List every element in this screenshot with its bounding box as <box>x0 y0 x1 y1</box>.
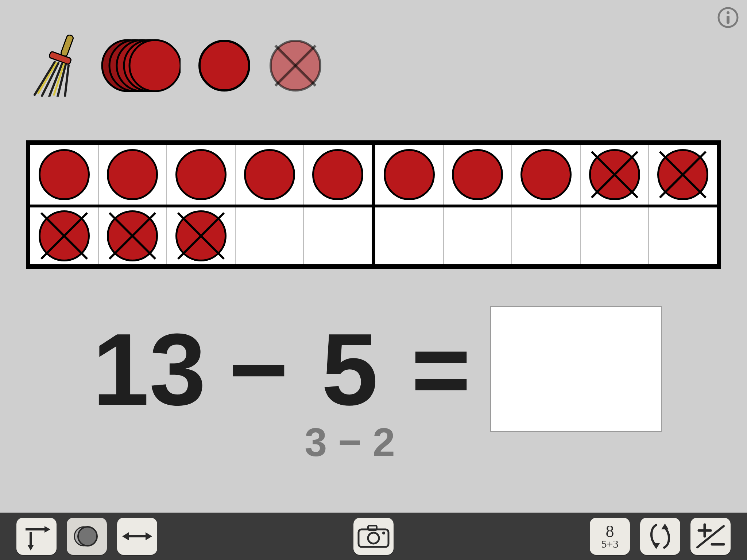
number-mode-bot: 5+3 <box>601 539 619 549</box>
svg-line-10 <box>38 63 57 93</box>
crossed-counter-icon <box>268 38 323 93</box>
frame-cell[interactable] <box>444 207 512 264</box>
svg-point-42 <box>368 533 379 544</box>
number-mode-button[interactable]: 8 5+3 <box>590 518 630 555</box>
svg-point-36 <box>78 527 97 546</box>
frame-cell[interactable] <box>236 145 304 205</box>
counter[interactable] <box>520 149 572 200</box>
orientation-button[interactable] <box>16 518 57 555</box>
counter[interactable] <box>589 149 640 200</box>
frame-cell[interactable] <box>375 145 444 205</box>
bottom-toolbar: 8 5+3 <box>0 513 747 560</box>
flip-icon <box>121 527 153 545</box>
counter[interactable] <box>39 149 90 200</box>
broom-icon <box>29 35 84 97</box>
frame-cell[interactable] <box>236 207 304 264</box>
plus-minus-button[interactable] <box>690 518 731 555</box>
flip-button[interactable] <box>117 518 157 555</box>
camera-icon <box>357 524 390 548</box>
counter[interactable] <box>107 210 158 261</box>
svg-point-43 <box>382 532 385 534</box>
counter[interactable] <box>452 149 503 200</box>
counter-stack-icon <box>100 36 181 95</box>
frame-cell[interactable] <box>581 207 649 264</box>
frame-cell[interactable] <box>304 207 375 264</box>
frame-cell[interactable] <box>99 207 167 264</box>
decomposition-hint: 3 − 2 <box>305 422 395 462</box>
single-counter-tool[interactable] <box>197 38 252 94</box>
counter[interactable] <box>175 149 227 200</box>
info-icon <box>717 7 739 28</box>
svg-marker-45 <box>661 524 669 529</box>
cycle-button[interactable] <box>640 518 680 555</box>
svg-point-17 <box>200 41 249 90</box>
counter[interactable] <box>107 149 158 200</box>
frame-cell[interactable] <box>649 145 717 205</box>
frame-cell[interactable] <box>99 145 167 205</box>
orientation-icon <box>22 522 51 551</box>
info-button[interactable] <box>717 7 739 28</box>
camera-button[interactable] <box>353 518 394 555</box>
frame-cell[interactable] <box>30 145 99 205</box>
svg-rect-41 <box>368 526 377 530</box>
counter[interactable] <box>384 149 435 200</box>
counter[interactable] <box>657 149 708 200</box>
frame-cell[interactable] <box>304 145 375 205</box>
plus-minus-icon <box>694 522 727 551</box>
frame-cell[interactable] <box>512 207 581 264</box>
svg-line-9 <box>65 65 69 97</box>
frame-cell[interactable] <box>375 207 444 264</box>
frame-cell[interactable] <box>444 145 512 205</box>
counter[interactable] <box>312 149 363 200</box>
equation: 13 − 5 3 − 2 = <box>0 306 747 432</box>
frame-cell[interactable] <box>30 207 99 264</box>
frame-cell[interactable] <box>167 145 236 205</box>
crossed-counter-tool[interactable] <box>268 38 323 94</box>
svg-rect-3 <box>60 35 74 57</box>
svg-point-1 <box>727 11 729 14</box>
number-mode-icon: 8 5+3 <box>601 524 619 549</box>
svg-point-16 <box>129 40 181 91</box>
svg-marker-34 <box>27 545 34 551</box>
frame-cell[interactable] <box>581 145 649 205</box>
answer-input[interactable] <box>490 306 662 432</box>
operator-minus: − <box>213 318 304 420</box>
counter-icon <box>197 38 252 93</box>
frame-row-2 <box>30 205 717 264</box>
frame-cell[interactable] <box>512 145 581 205</box>
operand-2-value: 5 <box>321 312 378 426</box>
svg-marker-32 <box>44 526 50 533</box>
frame-cell[interactable] <box>649 207 717 264</box>
operand-1: 13 <box>85 318 213 420</box>
svg-rect-2 <box>727 16 729 24</box>
frame-row-1 <box>30 145 717 205</box>
svg-marker-38 <box>122 532 129 540</box>
twenty-frame[interactable] <box>26 140 721 269</box>
counter[interactable] <box>39 210 90 261</box>
counter-stack-tool[interactable] <box>100 36 181 96</box>
cycle-icon <box>646 521 674 552</box>
svg-marker-44 <box>653 543 660 549</box>
operand-2: 5 3 − 2 <box>304 318 395 420</box>
shade-toggle-button[interactable] <box>67 518 107 555</box>
counter[interactable] <box>244 149 295 200</box>
svg-marker-39 <box>146 532 152 540</box>
number-mode-top: 8 <box>605 524 614 539</box>
tool-row <box>29 35 323 98</box>
shade-icon <box>72 524 101 549</box>
frame-cell[interactable] <box>167 207 236 264</box>
equals-sign: = <box>395 318 487 420</box>
broom-tool[interactable] <box>29 35 84 98</box>
counter[interactable] <box>175 210 227 261</box>
